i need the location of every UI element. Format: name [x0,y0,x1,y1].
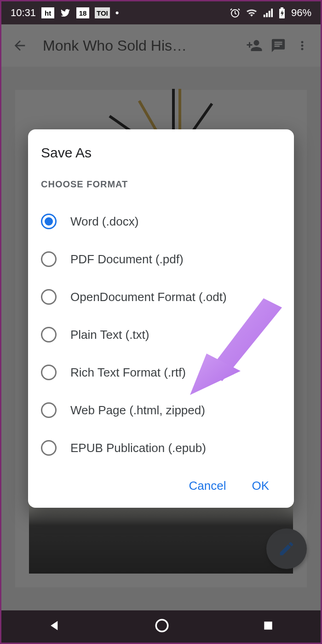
ok-button[interactable]: OK [252,479,269,493]
wifi-icon [246,7,257,18]
radio-icon [41,214,57,229]
format-option-docx[interactable]: Word (.docx) [41,203,281,240]
dialog-actions: Cancel OK [41,467,281,499]
dialog-title: Save As [41,145,281,161]
format-option-pdf[interactable]: PDF Document (.pdf) [41,240,281,278]
nav-back-button[interactable] [48,619,62,634]
notif-chip: ht [41,7,54,18]
radio-icon [41,440,57,456]
notif-chip: 18 [76,7,89,18]
battery-icon [278,7,286,18]
alarm-icon [230,7,241,18]
svg-rect-3 [264,621,272,629]
option-label: Web Page (.html, zipped) [70,403,205,418]
triangle-back-icon [48,619,62,632]
dialog-subhead: CHOOSE FORMAT [41,179,281,190]
radio-icon [41,289,57,305]
status-time: 10:31 [11,7,36,19]
radio-icon [41,327,57,342]
nav-home-button[interactable] [154,618,170,635]
square-recent-icon [262,620,274,632]
device-frame: Monk Who Sold His… [0,0,322,644]
format-option-rtf[interactable]: Rich Text Format (.rtf) [41,354,281,391]
format-option-epub[interactable]: EPUB Publication (.epub) [41,429,281,467]
battery-percent: 96% [291,7,311,19]
svg-point-2 [156,620,168,632]
notif-chip: TOI [95,7,110,18]
format-option-html[interactable]: Web Page (.html, zipped) [41,391,281,429]
radio-icon [41,251,57,267]
option-label: Rich Text Format (.rtf) [70,366,186,380]
twitter-icon [60,7,71,18]
nav-recent-button[interactable] [262,620,274,633]
notif-overflow-dot: • [115,8,119,18]
radio-icon [41,402,57,418]
android-nav-bar [1,610,321,643]
option-label: Plain Text (.txt) [70,328,149,342]
save-as-dialog: Save As CHOOSE FORMAT Word (.docx) PDF D… [28,129,294,508]
option-label: EPUB Publication (.epub) [70,441,206,455]
option-label: Word (.docx) [70,215,138,229]
format-option-txt[interactable]: Plain Text (.txt) [41,316,281,354]
signal-icon [263,8,273,18]
cancel-button[interactable]: Cancel [189,479,226,493]
format-option-odt[interactable]: OpenDocument Format (.odt) [41,278,281,316]
status-bar: 10:31 ht 18 TOI • 96% [1,1,321,24]
radio-icon [41,365,57,380]
option-label: PDF Document (.pdf) [70,252,184,267]
option-label: OpenDocument Format (.odt) [70,290,227,304]
circle-home-icon [154,618,170,633]
